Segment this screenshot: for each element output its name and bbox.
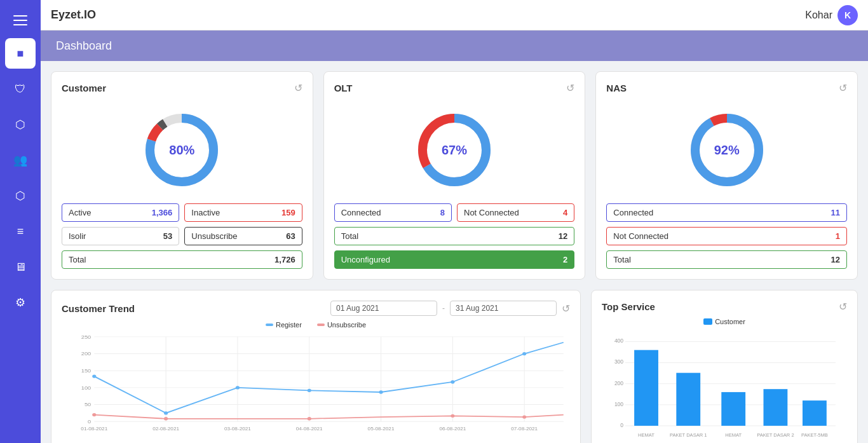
nas-row3: Total 12 [606,250,847,269]
svg-point-33 [451,380,454,383]
total-value: 1,726 [275,255,295,264]
line-chart-area: 250 200 150 100 50 0 [62,331,570,435]
customer-bar-legend: Customer [703,318,745,325]
main-content: Customer ↺ 80% [41,61,868,443]
svg-text:50: 50 [85,402,91,407]
nas-percentage: 92% [714,143,740,158]
service-card: Top Service ↺ Customer 400 300 200 100 0 [591,290,858,443]
sidebar-item-list[interactable]: ≡ [5,216,36,247]
avatar: K [837,5,858,25]
sidebar-item-server[interactable]: 🖥 [5,252,36,282]
nas-not-connected-label: Not Connected [613,231,668,241]
svg-point-37 [308,417,311,420]
hamburger-button[interactable] [0,5,41,36]
trend-title: Customer Trend [62,303,135,314]
service-title: Top Service [602,301,655,312]
sidebar-item-settings[interactable]: ⚙ [5,287,36,318]
total-stat: Total 1,726 [62,250,302,269]
svg-rect-59 [721,392,745,426]
svg-text:200: 200 [81,351,92,357]
olt-connected-stat: Connected 8 [334,203,452,222]
olt-total-stat: Total 12 [334,227,575,245]
sidebar-item-dashboard[interactable]: ■ [5,38,36,69]
line-chart-svg: 250 200 150 100 50 0 [62,331,570,433]
svg-text:400: 400 [614,337,623,344]
svg-text:04-08-2021: 04-08-2021 [296,426,323,431]
nas-donut: 92% [686,109,768,191]
customer-card-title: Customer [62,83,106,93]
svg-text:0: 0 [620,422,623,428]
nas-stats: Connected 11 Not Connected 1 Total 12 [606,203,847,269]
unsubscribe-legend: Unsubscribe [317,321,366,329]
customer-row1: Active 1,366 Inactive 159 [62,203,302,222]
isolir-stat: Isolir 53 [62,227,179,245]
unsubscribe-label: Unsubscribe [191,231,237,241]
svg-point-32 [379,390,383,393]
service-header: Top Service ↺ [602,301,847,313]
olt-refresh-icon[interactable]: ↺ [566,82,574,94]
svg-point-38 [451,414,454,418]
isolir-label: Isolir [69,231,86,241]
customer-percentage: 80% [169,143,194,158]
username-label: Kohar [805,10,832,21]
sidebar: ■ 🛡 ⬡ 👥 ⬡ ≡ 🖥 ⚙ [0,0,41,443]
nas-total-stat: Total 12 [606,250,847,269]
olt-total-label: Total [341,231,358,241]
unsubscribe-legend-label: Unsubscribe [327,321,366,329]
svg-point-35 [92,413,96,416]
register-legend-label: Register [276,321,302,329]
trend-refresh-icon[interactable]: ↺ [562,303,570,315]
nas-connected-label: Connected [613,208,653,217]
svg-rect-61 [803,400,827,426]
page-title: Dashboard [56,39,112,53]
customer-bar-legend-color [703,318,712,325]
date-from-input[interactable] [330,301,437,316]
olt-percentage: 67% [442,143,467,158]
inactive-value: 159 [281,208,295,217]
svg-point-29 [164,411,168,414]
nas-row1: Connected 11 [606,203,847,222]
nas-connected-value: 11 [831,208,840,217]
page-header: Dashboard [41,31,868,61]
svg-text:01-08-2021: 01-08-2021 [81,426,107,431]
users-icon: 👥 [13,153,27,167]
customer-row2: Isolir 53 Unsubscribe 63 [62,227,302,245]
inactive-label: Inactive [191,208,220,217]
nas-card: NAS ↺ 92% Connect [595,71,858,280]
sidebar-item-network[interactable]: ⬡ [5,181,36,211]
date-to-input[interactable] [450,301,557,316]
hamburger-icon [13,15,27,25]
chart-legend: Register Unsubscribe [62,321,570,329]
olt-row1: Connected 8 Not Connected 4 [334,203,575,222]
inactive-stat: Inactive 159 [184,203,302,222]
svg-text:HEMAT: HEMAT [725,432,742,438]
olt-total-value: 12 [559,231,567,241]
bar-chart-area: 400 300 200 100 0 [602,331,847,443]
sidebar-item-users[interactable]: 👥 [5,145,36,175]
nas-refresh-icon[interactable]: ↺ [839,82,847,94]
sidebar-item-shield[interactable]: 🛡 [5,74,36,104]
unsubscribe-stat: Unsubscribe 63 [184,227,302,245]
bottom-row: Customer Trend - ↺ Register Unsubscribe [51,290,858,443]
customer-donut-container: 80% [62,102,302,203]
trend-header: Customer Trend - ↺ [62,301,570,316]
register-legend: Register [266,321,302,329]
olt-row2: Total 12 [334,227,575,245]
service-refresh-icon[interactable]: ↺ [839,301,847,313]
svg-point-30 [236,386,240,389]
customer-refresh-icon[interactable]: ↺ [294,82,302,94]
customer-card-header: Customer ↺ [62,82,302,94]
active-value: 1,366 [152,208,173,217]
svg-text:05-08-2021: 05-08-2021 [368,426,395,431]
register-legend-color [266,324,273,326]
date-separator: - [442,304,445,313]
dashboard-icon: ■ [17,47,24,60]
user-menu[interactable]: Kohar K [805,5,858,25]
shield-icon: 🛡 [15,83,26,96]
svg-text:03-08-2021: 03-08-2021 [224,426,251,431]
sidebar-item-package[interactable]: ⬡ [5,109,36,140]
nas-card-title: NAS [606,83,627,93]
svg-text:250: 250 [81,334,92,339]
svg-rect-60 [763,389,787,426]
isolir-value: 53 [163,231,172,241]
